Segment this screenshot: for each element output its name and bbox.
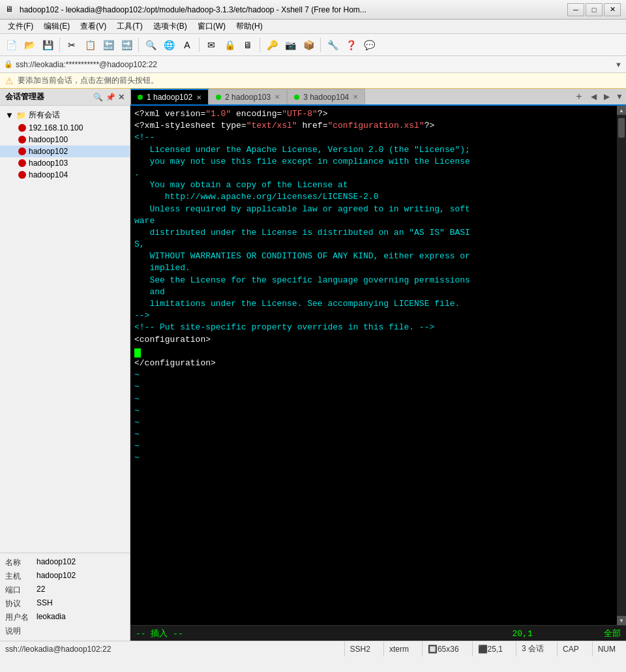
terminal-line: ~	[134, 440, 613, 452]
tab-nav-right-button[interactable]: ▶	[600, 89, 613, 104]
app-status-bar: ssh://leokadia@hadoop102:22 SSH2 xterm 🔲…	[0, 641, 626, 656]
term-text: you may not use this file except in comp…	[134, 157, 470, 166]
pin-icon[interactable]: 📌	[106, 93, 115, 102]
terminal-line: Licensed under the Apache License, Versi…	[134, 144, 613, 156]
sidebar-info: 名称hadoop102主机hadoop102端口22协议SSH用户名leokad…	[0, 553, 130, 641]
scroll-track[interactable]	[617, 115, 626, 616]
terminal-scroll: <?xml version="1.0" encoding="UTF-8"?><?…	[130, 106, 626, 625]
toolbar-button[interactable]: 🔒	[221, 37, 238, 53]
sidebar: 会话管理器 🔍 📌 ✕ ▼ 📁 所有会话 192.168.10.100hadoo…	[0, 89, 130, 641]
terminal-line: See the License for the specific languag…	[134, 275, 613, 286]
term-text: <?xml version=	[134, 109, 205, 119]
toolbar-separator	[320, 38, 321, 52]
tree-item[interactable]: hadoop104	[0, 169, 130, 181]
menu-item[interactable]: 查看(V)	[75, 20, 112, 33]
search-icon[interactable]: 🔍	[93, 93, 103, 102]
tab-nav-left-button[interactable]: ◀	[587, 89, 600, 104]
info-row: 主机hadoop102	[0, 570, 130, 583]
new-tab-button[interactable]: +	[571, 89, 587, 104]
session-status-icon	[18, 124, 26, 132]
tree-item[interactable]: 192.168.10.100	[0, 122, 130, 134]
session-label: hadoop104	[29, 170, 68, 179]
session-status-icon	[18, 171, 26, 179]
tab-status-dot	[294, 95, 299, 100]
tab[interactable]: 3 hadoop104✕	[287, 89, 365, 104]
terminal[interactable]: <?xml version="1.0" encoding="UTF-8"?><?…	[130, 106, 617, 625]
tree-item[interactable]: hadoop100	[0, 134, 130, 145]
toolbar-button[interactable]: 📷	[282, 37, 299, 53]
maximize-button[interactable]: □	[586, 3, 603, 16]
session-label: hadoop102	[29, 147, 68, 156]
sidebar-header: 会话管理器 🔍 📌 ✕	[0, 89, 130, 106]
toolbar-button[interactable]: 💬	[361, 37, 378, 53]
tab-close-button[interactable]: ✕	[275, 93, 280, 100]
toolbar-button[interactable]: 📦	[300, 37, 317, 53]
toolbar-button[interactable]: 🌐	[160, 37, 177, 53]
toolbar-button[interactable]: 🔜	[118, 37, 135, 53]
info-icon: ⚠	[5, 76, 14, 86]
lock-icon: 🔒	[4, 60, 13, 69]
toolbar-button[interactable]: ✂	[63, 37, 80, 53]
term-text: ~	[134, 370, 140, 380]
menu-item[interactable]: 文件(F)	[3, 20, 38, 33]
tab-close-button[interactable]: ✕	[353, 93, 358, 100]
info-label: 说明	[5, 626, 37, 637]
tab-bar: 1 hadoop102✕2 hadoop103✕3 hadoop104✕+◀▶▼	[130, 89, 626, 106]
toolbar-button[interactable]: 🔙	[100, 37, 117, 53]
cursor-position: 20,1 全部	[513, 628, 621, 639]
terminal-line: ~	[134, 417, 613, 429]
toolbar-button[interactable]: A	[179, 37, 196, 53]
address-dropdown-icon[interactable]: ▼	[615, 61, 622, 69]
info-label: 主机	[5, 571, 37, 582]
toolbar-button[interactable]: 🖥	[239, 37, 256, 53]
info-value: hadoop102	[37, 557, 76, 568]
tab-close-button[interactable]: ✕	[196, 94, 201, 101]
toolbar-button[interactable]: 💾	[39, 37, 56, 53]
tab[interactable]: 2 hadoop103✕	[209, 89, 287, 104]
term-text: "UTF-8"	[282, 109, 318, 119]
tab-nav-menu-button[interactable]: ▼	[613, 89, 626, 104]
tab[interactable]: 1 hadoop102✕	[130, 89, 209, 104]
session-label: hadoop100	[29, 135, 68, 144]
menu-item[interactable]: 窗口(W)	[192, 20, 231, 33]
minimize-button[interactable]: ─	[567, 3, 584, 16]
terminal-line: WITHOUT WARRANTIES OR CONDITIONS OF ANY …	[134, 251, 613, 262]
term-text: ~	[134, 453, 140, 463]
close-button[interactable]: ✕	[604, 3, 621, 16]
session-label: 192.168.10.100	[29, 123, 83, 132]
info-label: 协议	[5, 598, 37, 609]
sidebar-close-icon[interactable]: ✕	[118, 93, 125, 102]
menu-item[interactable]: 工具(T)	[112, 20, 147, 33]
menu-item[interactable]: 选项卡(B)	[148, 20, 192, 33]
toolbar-button[interactable]: 🔧	[324, 37, 341, 53]
terminal-line: ~	[134, 393, 613, 405]
term-text: ~	[134, 406, 140, 416]
terminal-line: ware	[134, 215, 613, 227]
toolbar-separator	[59, 38, 60, 52]
term-text: See the License for the specific languag…	[134, 275, 470, 285]
term-text: .	[134, 168, 140, 178]
scroll-up-button[interactable]: ▲	[617, 106, 626, 115]
toolbar-button[interactable]: ❓	[342, 37, 359, 53]
toolbar-button[interactable]: 📂	[21, 37, 38, 53]
terminal-status-bar: -- 插入 -- 20,1 全部	[130, 625, 626, 641]
toolbar-button[interactable]: 🔍	[142, 37, 159, 53]
tree-item[interactable]: hadoop103	[0, 157, 130, 169]
menu-item[interactable]: 帮助(H)	[231, 20, 268, 33]
terminal-line: you may not use this file except in comp…	[134, 156, 613, 168]
tree-root-group[interactable]: ▼ 📁 所有会话	[0, 108, 130, 122]
scroll-thumb[interactable]	[618, 118, 625, 138]
vertical-scrollbar[interactable]: ▲ ▼	[617, 106, 626, 625]
toolbar-button[interactable]: ✉	[203, 37, 220, 53]
toolbar-button[interactable]: 📋	[82, 37, 98, 53]
term-text: implied.	[134, 263, 190, 273]
toolbar-button[interactable]: 🔑	[263, 37, 280, 53]
term-text: -->	[134, 311, 149, 320]
terminal-line: <!--	[134, 132, 613, 144]
tree-item[interactable]: hadoop102	[0, 145, 130, 157]
toolbar-button[interactable]: 📄	[3, 37, 20, 53]
menu-item[interactable]: 编辑(E)	[38, 20, 75, 33]
term-text: and	[134, 287, 165, 297]
scroll-down-button[interactable]: ▼	[617, 616, 626, 625]
status-sessions: 3 会话	[516, 641, 549, 656]
